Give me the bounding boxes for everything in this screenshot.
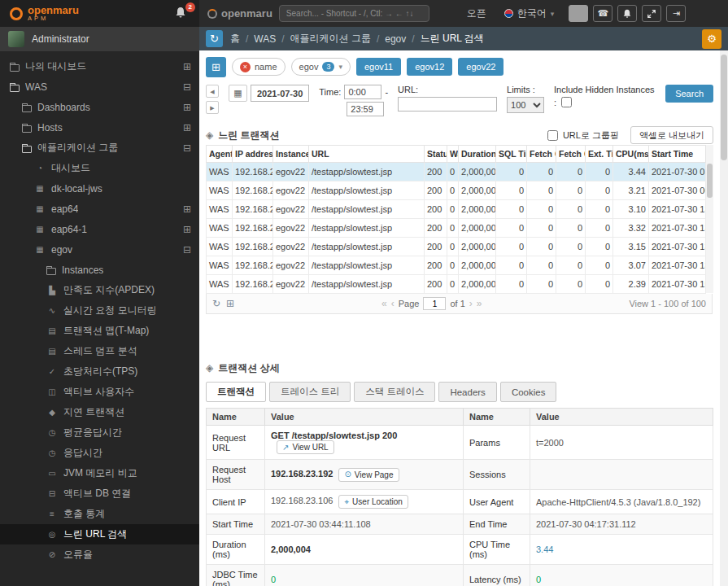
- settings-button[interactable]: ⚙: [702, 29, 721, 49]
- table-row-6[interactable]: WAS192.168.2:egov22/testapp/slowtest.jsp…: [207, 275, 706, 294]
- column-header-sql[interactable]: SQL Time: [496, 146, 527, 163]
- sidebar-item-eap64-1[interactable]: ▦eap64-1⊞: [0, 219, 199, 239]
- prev-day-button[interactable]: ◀: [206, 85, 219, 98]
- export-excel-button[interactable]: 액셀로 내보내기: [630, 126, 713, 144]
- breadcrumb-item[interactable]: 느린 URL 검색: [421, 32, 484, 46]
- next-day-button[interactable]: ▶: [206, 101, 219, 114]
- collapse-minus-icon[interactable]: ⊟: [183, 244, 191, 256]
- collapse-minus-icon[interactable]: ⊟: [183, 81, 191, 93]
- instance-button-egov12[interactable]: egov12: [407, 58, 452, 76]
- table-row-1[interactable]: WAS192.168.2:egov22/testapp/slowtest.jsp…: [207, 181, 706, 200]
- expand-plus-icon[interactable]: ⊞: [183, 224, 191, 235]
- column-header-agent[interactable]: Agent: [207, 146, 233, 163]
- user-panel[interactable]: Administrator: [0, 27, 199, 51]
- sidebar-item-dk-local-jws[interactable]: ▦dk-local-jws: [0, 178, 199, 199]
- group-chip-egov[interactable]: egov 3 ▾: [291, 58, 351, 76]
- refresh-button[interactable]: ↻: [206, 30, 223, 47]
- sidebar-item-error-rate[interactable]: ⊘오류율: [0, 544, 199, 565]
- table-row-0[interactable]: WAS192.168.2:egov22/testapp/slowtest.jsp…: [207, 163, 706, 181]
- view-url-button[interactable]: ↗View URL: [277, 440, 334, 454]
- column-header-url[interactable]: URL: [309, 146, 425, 163]
- url-input[interactable]: [398, 97, 497, 112]
- instance-button-egov11[interactable]: egov11: [356, 58, 401, 76]
- refresh-icon[interactable]: ↻: [212, 298, 220, 309]
- column-header-fetch_c[interactable]: Fetch C: [556, 146, 586, 163]
- notifications-bell-icon[interactable]: 2: [175, 7, 190, 21]
- time-from-input[interactable]: [344, 85, 381, 99]
- sidebar-item-eap64[interactable]: ▦eap64⊞: [0, 199, 199, 219]
- expand-plus-icon[interactable]: ⊞: [183, 61, 191, 72]
- page-scrollbar[interactable]: [720, 50, 728, 586]
- user-location-button[interactable]: ⌖User Location: [338, 495, 408, 509]
- prev-page-icon[interactable]: ‹: [391, 298, 395, 309]
- table-row-5[interactable]: WAS192.168.2:egov22/testapp/slowtest.jsp…: [207, 256, 706, 275]
- columns-icon[interactable]: ⊞: [226, 298, 234, 309]
- next-page-icon[interactable]: ›: [469, 298, 473, 309]
- calendar-button[interactable]: ▦: [229, 85, 247, 102]
- sidebar-item-avg-response[interactable]: ◷평균응답시간: [0, 422, 199, 443]
- sidebar-item-t-map[interactable]: ▤트랜잭션 맵(T-Map): [0, 321, 199, 341]
- breadcrumb-item[interactable]: 홈: [230, 32, 240, 46]
- tab-cookies[interactable]: Cookies: [500, 382, 557, 402]
- remove-filter-icon[interactable]: ×: [240, 62, 251, 72]
- language-selector[interactable]: 한국어 ▾: [504, 7, 555, 20]
- sidebar-item-call-stats[interactable]: ≡호출 통계: [0, 504, 199, 524]
- first-page-icon[interactable]: «: [381, 298, 387, 309]
- column-header-cpu[interactable]: CPU(ms): [613, 146, 649, 163]
- table-row-2[interactable]: WAS192.168.2:egov22/testapp/slowtest.jsp…: [207, 200, 706, 219]
- sidebar-item-active-db[interactable]: ⊟액티브 DB 연결: [0, 483, 199, 504]
- sidebar-item-tps[interactable]: ✓초당처리수(TPS): [0, 361, 199, 382]
- limits-select[interactable]: 100: [507, 97, 544, 113]
- expand-plus-icon[interactable]: ⊞: [183, 203, 191, 215]
- phone-button[interactable]: ☎: [593, 5, 612, 22]
- table-scrollbar-thumb[interactable]: [707, 164, 713, 198]
- breadcrumb-item[interactable]: 애플리케이션 그룹: [290, 32, 371, 46]
- tab-stack-trace[interactable]: 스택 트레이스: [354, 382, 435, 402]
- sidebar-item-delayed-tx[interactable]: ◆지연 트랜잭션: [0, 402, 199, 422]
- table-scrollbar[interactable]: [706, 145, 713, 293]
- table-row-3[interactable]: WAS192.168.2:egov22/testapp/slowtest.jsp…: [207, 219, 706, 238]
- tab-transaction[interactable]: 트랜잭션: [206, 382, 266, 402]
- column-header-duration[interactable]: Duration(: [459, 146, 496, 163]
- column-header-fetch_g[interactable]: Fetch G: [527, 146, 556, 163]
- breadcrumb-item[interactable]: egov: [385, 33, 406, 45]
- sidebar-item-apdex[interactable]: ▙만족도 지수(APDEX): [0, 280, 199, 300]
- sidebar-item-dashboards[interactable]: Dashboards⊞: [0, 97, 199, 117]
- column-header-status[interactable]: Statu: [425, 146, 447, 163]
- page-input[interactable]: [423, 297, 446, 310]
- alerts-button[interactable]: [617, 5, 637, 22]
- logout-button[interactable]: ⇥: [666, 5, 686, 22]
- sidebar-item-realtime-monitor[interactable]: ∿실시간 요청 모니터링: [0, 300, 199, 321]
- view-page-button[interactable]: ⊙View Page: [338, 468, 399, 482]
- sidebar-item-slow-url-search[interactable]: ◎느린 URL 검색: [0, 524, 199, 544]
- column-header-ip[interactable]: IP address: [233, 146, 273, 163]
- instance-button-egov22[interactable]: egov22: [458, 58, 503, 76]
- last-page-icon[interactable]: »: [477, 298, 482, 309]
- tab-headers[interactable]: Headers: [438, 382, 496, 402]
- fullscreen-button[interactable]: [642, 5, 661, 22]
- include-hidden-checkbox[interactable]: [561, 97, 572, 107]
- sidebar-item-was[interactable]: WAS⊟: [0, 77, 199, 97]
- expand-plus-icon[interactable]: ⊞: [183, 122, 191, 133]
- sidebar-item-active-users[interactable]: ◫액티브 사용자수: [0, 382, 199, 402]
- column-header-instance[interactable]: Instance: [273, 146, 309, 163]
- sidebar-item-thread-dump[interactable]: ▤스레드 덤프 분석: [0, 341, 199, 361]
- search-button[interactable]: Search: [665, 85, 713, 103]
- sidebar-item-my-dashboard[interactable]: 나의 대시보드⊞: [0, 56, 199, 77]
- sidebar-item-app-group[interactable]: 애플리케이션 그룹⊟: [0, 138, 199, 158]
- user-menu-label[interactable]: 오픈: [467, 7, 486, 20]
- sidebar-item-egov[interactable]: ▦egov⊟: [0, 239, 199, 260]
- column-header-w[interactable]: Wa: [447, 146, 459, 163]
- date-value[interactable]: 2021-07-30: [251, 85, 309, 102]
- group-by-url-checkbox[interactable]: [547, 130, 558, 141]
- layout-grid-button[interactable]: ⊞: [206, 57, 226, 77]
- sidebar-item-instances[interactable]: Instances: [0, 260, 199, 280]
- table-row-4[interactable]: WAS192.168.2:egov22/testapp/slowtest.jsp…: [207, 238, 706, 256]
- page-scrollbar-thumb[interactable]: [721, 55, 727, 160]
- sidebar-item-hosts[interactable]: Hosts⊞: [0, 117, 199, 138]
- tab-trace-tree[interactable]: 트레이스 트리: [269, 382, 351, 402]
- breadcrumb-item[interactable]: WAS: [254, 33, 276, 45]
- expand-plus-icon[interactable]: ⊞: [183, 102, 191, 113]
- sidebar-item-dashboard[interactable]: ◔대시보드: [0, 158, 199, 178]
- brand[interactable]: openmaru APM: [28, 5, 79, 23]
